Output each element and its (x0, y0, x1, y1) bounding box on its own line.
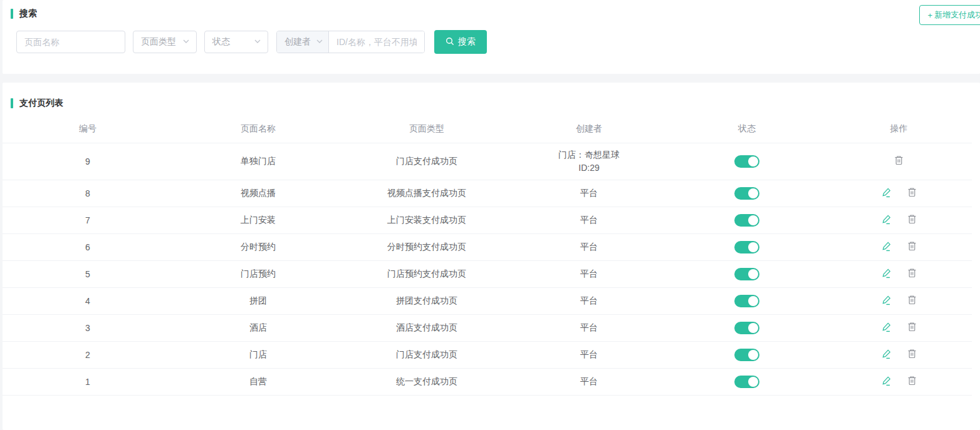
status-toggle[interactable] (734, 349, 759, 361)
page-type-select-label: 页面类型 (141, 36, 176, 48)
table-row: 4 拼团 拼团支付成功页 平台 (3, 287, 972, 314)
edit-button[interactable] (881, 295, 892, 307)
chevron-down-icon (316, 37, 323, 47)
delete-button[interactable] (907, 348, 917, 361)
plus-icon: + (927, 11, 932, 20)
row-id: 8 (3, 180, 173, 207)
delete-button[interactable] (907, 187, 917, 200)
table-row: 6 分时预约 分时预约支付成功页 平台 (3, 233, 972, 260)
section-accent-bar (11, 9, 13, 19)
creator-name: 平台 (510, 240, 668, 253)
table-row: 8 视频点播 视频点播支付成功页 平台 (3, 180, 972, 207)
creator-name: 平台 (510, 187, 668, 200)
creator-name: 平台 (510, 348, 668, 361)
page-name-input[interactable] (16, 31, 125, 53)
row-creator: 门店：奇想星球 ID:29 (510, 143, 668, 180)
row-id: 5 (3, 260, 173, 287)
row-creator: 平台 (510, 287, 668, 314)
creator-compound-field: 创建者 (276, 31, 425, 53)
table-header-row: 编号 页面名称 页面类型 创建者 状态 操作 (3, 115, 972, 143)
status-toggle[interactable] (734, 241, 759, 253)
pencil-icon (881, 268, 892, 280)
table-row: 2 门店 门店支付成功页 平台 (3, 341, 972, 368)
delete-button[interactable] (907, 240, 917, 253)
chevron-down-icon (254, 37, 261, 47)
edit-button[interactable] (881, 268, 892, 280)
row-page-type: 统一支付成功页 (343, 368, 510, 395)
pencil-icon (881, 349, 892, 361)
edit-button[interactable] (881, 241, 892, 253)
edit-button[interactable] (881, 376, 892, 388)
row-creator: 平台 (510, 314, 668, 341)
creator-select[interactable]: 创建者 (277, 31, 329, 53)
status-toggle[interactable] (734, 268, 759, 280)
search-panel-title: 搜索 (11, 8, 980, 19)
delete-button[interactable] (894, 155, 904, 168)
table-row: 1 自营 统一支付成功页 平台 (3, 368, 972, 395)
creator-name: 平台 (510, 267, 668, 280)
column-header-name: 页面名称 (173, 115, 343, 143)
add-payment-page-button-label: 新增支付成功 (934, 9, 980, 21)
status-toggle[interactable] (734, 187, 759, 200)
delete-button[interactable] (907, 267, 917, 280)
search-button[interactable]: 搜索 (434, 30, 487, 54)
delete-button[interactable] (907, 213, 917, 227)
row-page-type: 酒店支付成功页 (343, 314, 510, 341)
edit-button[interactable] (881, 322, 892, 334)
search-form: 页面类型 状态 创建者 搜索 (16, 30, 980, 54)
row-id: 4 (3, 287, 173, 314)
pencil-icon (881, 295, 892, 307)
chevron-down-icon (182, 37, 190, 47)
row-creator: 平台 (510, 260, 668, 287)
column-header-creator: 创建者 (510, 115, 668, 143)
creator-id-input[interactable] (329, 31, 424, 53)
trash-icon (907, 294, 917, 307)
list-panel-title-label: 支付页列表 (19, 98, 63, 109)
row-creator: 平台 (510, 233, 668, 260)
edit-button[interactable] (881, 187, 892, 200)
status-toggle[interactable] (734, 376, 759, 388)
row-creator: 平台 (510, 368, 668, 395)
edit-button[interactable] (881, 349, 892, 361)
magnifier-icon (446, 37, 454, 48)
table-row: 3 酒店 酒店支付成功页 平台 (3, 314, 972, 341)
trash-icon (907, 321, 917, 334)
status-select[interactable]: 状态 (204, 31, 268, 53)
row-creator: 平台 (510, 180, 668, 207)
status-toggle[interactable] (734, 322, 759, 334)
panel-gap (0, 74, 980, 83)
delete-button[interactable] (907, 375, 917, 388)
list-panel-title: 支付页列表 (11, 98, 980, 109)
row-page-name: 酒店 (173, 314, 343, 341)
row-page-type: 门店预约支付成功页 (343, 260, 510, 287)
row-id: 9 (3, 143, 173, 180)
creator-name: 平台 (510, 375, 668, 388)
trash-icon (907, 267, 917, 280)
row-page-type: 视频点播支付成功页 (343, 180, 510, 207)
column-header-status: 状态 (668, 115, 826, 143)
edit-button[interactable] (881, 214, 892, 227)
row-page-name: 分时预约 (173, 233, 343, 260)
delete-button[interactable] (907, 294, 917, 307)
trash-icon (907, 348, 917, 361)
row-page-name: 上门安装 (173, 207, 343, 233)
page-type-select[interactable]: 页面类型 (133, 31, 197, 53)
add-payment-page-button[interactable]: + 新增支付成功 (919, 5, 980, 25)
row-id: 6 (3, 233, 173, 260)
pencil-icon (881, 241, 892, 253)
trash-icon (894, 155, 904, 168)
status-toggle[interactable] (734, 295, 759, 307)
status-select-label: 状态 (212, 36, 230, 48)
creator-name: 平台 (510, 294, 668, 307)
delete-button[interactable] (907, 321, 917, 334)
creator-select-label: 创建者 (284, 36, 311, 48)
pencil-icon (881, 187, 892, 200)
status-toggle[interactable] (734, 214, 759, 227)
status-toggle[interactable] (734, 155, 759, 168)
table-row: 5 门店预约 门店预约支付成功页 平台 (3, 260, 972, 287)
table-row: 7 上门安装 上门安装支付成功页 平台 (3, 207, 972, 233)
row-page-type: 拼团支付成功页 (343, 287, 510, 314)
row-page-name: 单独门店 (173, 143, 343, 180)
creator-name: 平台 (510, 321, 668, 334)
row-page-type: 上门安装支付成功页 (343, 207, 510, 233)
